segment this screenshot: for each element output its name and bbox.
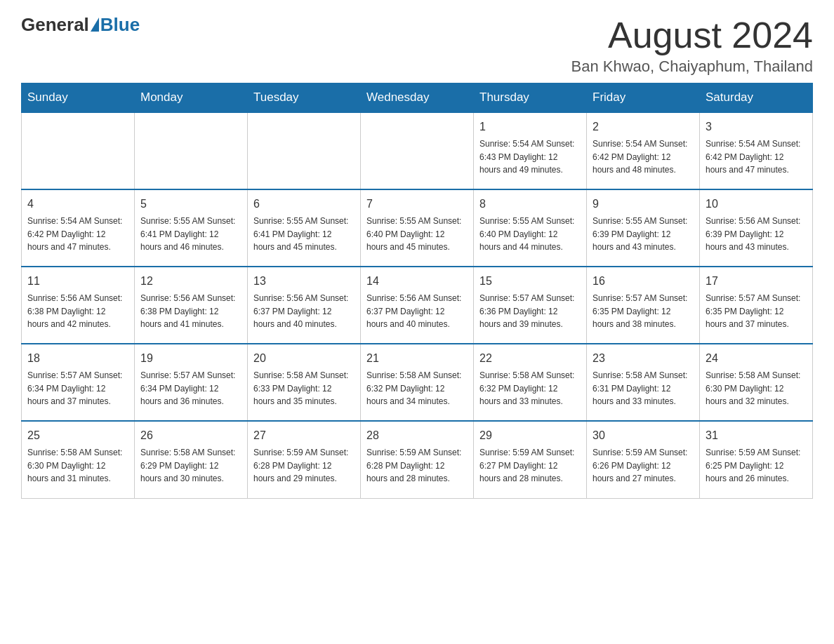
day-number: 24 bbox=[706, 350, 807, 367]
day-info: Sunrise: 5:57 AM Sunset: 6:35 PM Dayligh… bbox=[706, 292, 807, 331]
day-number: 15 bbox=[479, 273, 581, 290]
calendar-cell: 19Sunrise: 5:57 AM Sunset: 6:34 PM Dayli… bbox=[135, 344, 248, 421]
day-number: 23 bbox=[593, 350, 694, 367]
calendar-cell: 22Sunrise: 5:58 AM Sunset: 6:32 PM Dayli… bbox=[474, 344, 587, 421]
calendar-cell: 4Sunrise: 5:54 AM Sunset: 6:42 PM Daylig… bbox=[22, 189, 135, 267]
calendar-cell bbox=[135, 112, 248, 189]
day-number: 12 bbox=[140, 273, 241, 290]
day-info: Sunrise: 5:55 AM Sunset: 6:40 PM Dayligh… bbox=[366, 215, 468, 254]
calendar-cell: 25Sunrise: 5:58 AM Sunset: 6:30 PM Dayli… bbox=[22, 421, 135, 498]
calendar-cell: 8Sunrise: 5:55 AM Sunset: 6:40 PM Daylig… bbox=[474, 189, 587, 267]
logo-blue-text: Blue bbox=[100, 14, 140, 36]
day-number: 9 bbox=[593, 196, 694, 213]
day-number: 10 bbox=[706, 196, 807, 213]
day-info: Sunrise: 5:58 AM Sunset: 6:33 PM Dayligh… bbox=[253, 369, 355, 408]
day-info: Sunrise: 5:58 AM Sunset: 6:30 PM Dayligh… bbox=[27, 446, 128, 485]
calendar-cell: 5Sunrise: 5:55 AM Sunset: 6:41 PM Daylig… bbox=[135, 189, 248, 267]
day-info: Sunrise: 5:58 AM Sunset: 6:30 PM Dayligh… bbox=[706, 369, 807, 408]
day-number: 19 bbox=[140, 350, 241, 367]
day-number: 8 bbox=[479, 196, 581, 213]
day-number: 3 bbox=[706, 119, 807, 135]
weekday-header-friday: Friday bbox=[587, 83, 700, 113]
day-number: 27 bbox=[253, 427, 355, 444]
calendar-cell: 28Sunrise: 5:59 AM Sunset: 6:28 PM Dayli… bbox=[361, 421, 474, 498]
weekday-header-saturday: Saturday bbox=[700, 83, 813, 113]
logo-triangle-icon bbox=[91, 18, 99, 32]
day-number: 18 bbox=[27, 350, 128, 367]
day-info: Sunrise: 5:56 AM Sunset: 6:37 PM Dayligh… bbox=[366, 292, 468, 331]
week-row-3: 11Sunrise: 5:56 AM Sunset: 6:38 PM Dayli… bbox=[22, 267, 813, 344]
day-number: 7 bbox=[366, 196, 468, 213]
page-header: General Blue August 2024 Ban Khwao, Chai… bbox=[21, 14, 813, 76]
day-number: 25 bbox=[27, 427, 128, 444]
calendar-cell: 16Sunrise: 5:57 AM Sunset: 6:35 PM Dayli… bbox=[587, 267, 700, 344]
calendar-body: 1Sunrise: 5:54 AM Sunset: 6:43 PM Daylig… bbox=[22, 112, 813, 498]
calendar-cell: 18Sunrise: 5:57 AM Sunset: 6:34 PM Dayli… bbox=[22, 344, 135, 421]
weekday-header-sunday: Sunday bbox=[22, 83, 135, 113]
day-info: Sunrise: 5:55 AM Sunset: 6:41 PM Dayligh… bbox=[140, 215, 241, 254]
calendar-cell bbox=[22, 112, 135, 189]
weekday-header-tuesday: Tuesday bbox=[248, 83, 361, 113]
title-block: August 2024 Ban Khwao, Chaiyaphum, Thail… bbox=[571, 14, 813, 76]
week-row-4: 18Sunrise: 5:57 AM Sunset: 6:34 PM Dayli… bbox=[22, 344, 813, 421]
calendar-cell: 6Sunrise: 5:55 AM Sunset: 6:41 PM Daylig… bbox=[248, 189, 361, 267]
day-number: 21 bbox=[366, 350, 468, 367]
day-info: Sunrise: 5:58 AM Sunset: 6:31 PM Dayligh… bbox=[593, 369, 694, 408]
day-number: 4 bbox=[27, 196, 128, 213]
calendar-cell: 21Sunrise: 5:58 AM Sunset: 6:32 PM Dayli… bbox=[361, 344, 474, 421]
day-info: Sunrise: 5:57 AM Sunset: 6:34 PM Dayligh… bbox=[140, 369, 241, 408]
day-info: Sunrise: 5:57 AM Sunset: 6:36 PM Dayligh… bbox=[479, 292, 581, 331]
day-number: 17 bbox=[706, 273, 807, 290]
calendar-cell: 23Sunrise: 5:58 AM Sunset: 6:31 PM Dayli… bbox=[587, 344, 700, 421]
day-info: Sunrise: 5:59 AM Sunset: 6:28 PM Dayligh… bbox=[366, 446, 468, 485]
calendar-cell: 11Sunrise: 5:56 AM Sunset: 6:38 PM Dayli… bbox=[22, 267, 135, 344]
day-number: 13 bbox=[253, 273, 355, 290]
day-number: 30 bbox=[593, 427, 694, 444]
weekday-header-wednesday: Wednesday bbox=[361, 83, 474, 113]
day-number: 2 bbox=[593, 119, 694, 135]
day-info: Sunrise: 5:57 AM Sunset: 6:34 PM Dayligh… bbox=[27, 369, 128, 408]
calendar-cell: 12Sunrise: 5:56 AM Sunset: 6:38 PM Dayli… bbox=[135, 267, 248, 344]
day-info: Sunrise: 5:56 AM Sunset: 6:37 PM Dayligh… bbox=[253, 292, 355, 331]
day-number: 16 bbox=[593, 273, 694, 290]
calendar-cell: 7Sunrise: 5:55 AM Sunset: 6:40 PM Daylig… bbox=[361, 189, 474, 267]
logo: General Blue bbox=[21, 14, 140, 36]
calendar-cell: 31Sunrise: 5:59 AM Sunset: 6:25 PM Dayli… bbox=[700, 421, 813, 498]
calendar-cell: 15Sunrise: 5:57 AM Sunset: 6:36 PM Dayli… bbox=[474, 267, 587, 344]
calendar-cell: 14Sunrise: 5:56 AM Sunset: 6:37 PM Dayli… bbox=[361, 267, 474, 344]
day-number: 26 bbox=[140, 427, 241, 444]
day-number: 1 bbox=[479, 119, 581, 135]
day-number: 20 bbox=[253, 350, 355, 367]
day-info: Sunrise: 5:54 AM Sunset: 6:42 PM Dayligh… bbox=[593, 137, 694, 177]
calendar-cell: 29Sunrise: 5:59 AM Sunset: 6:27 PM Dayli… bbox=[474, 421, 587, 498]
day-info: Sunrise: 5:54 AM Sunset: 6:42 PM Dayligh… bbox=[706, 137, 807, 177]
calendar-cell: 20Sunrise: 5:58 AM Sunset: 6:33 PM Dayli… bbox=[248, 344, 361, 421]
day-info: Sunrise: 5:54 AM Sunset: 6:42 PM Dayligh… bbox=[27, 215, 128, 254]
calendar-cell: 13Sunrise: 5:56 AM Sunset: 6:37 PM Dayli… bbox=[248, 267, 361, 344]
day-number: 11 bbox=[27, 273, 128, 290]
month-title: August 2024 bbox=[571, 14, 813, 56]
calendar-cell: 30Sunrise: 5:59 AM Sunset: 6:26 PM Dayli… bbox=[587, 421, 700, 498]
location-title: Ban Khwao, Chaiyaphum, Thailand bbox=[571, 58, 813, 76]
day-number: 29 bbox=[479, 427, 581, 444]
day-info: Sunrise: 5:58 AM Sunset: 6:29 PM Dayligh… bbox=[140, 446, 241, 485]
calendar-cell: 10Sunrise: 5:56 AM Sunset: 6:39 PM Dayli… bbox=[700, 189, 813, 267]
day-info: Sunrise: 5:58 AM Sunset: 6:32 PM Dayligh… bbox=[366, 369, 468, 408]
day-number: 6 bbox=[253, 196, 355, 213]
calendar-cell: 24Sunrise: 5:58 AM Sunset: 6:30 PM Dayli… bbox=[700, 344, 813, 421]
calendar-cell: 27Sunrise: 5:59 AM Sunset: 6:28 PM Dayli… bbox=[248, 421, 361, 498]
day-info: Sunrise: 5:56 AM Sunset: 6:38 PM Dayligh… bbox=[140, 292, 241, 331]
day-number: 22 bbox=[479, 350, 581, 367]
day-number: 28 bbox=[366, 427, 468, 444]
day-info: Sunrise: 5:55 AM Sunset: 6:39 PM Dayligh… bbox=[593, 215, 694, 254]
day-info: Sunrise: 5:56 AM Sunset: 6:38 PM Dayligh… bbox=[27, 292, 128, 331]
day-info: Sunrise: 5:55 AM Sunset: 6:41 PM Dayligh… bbox=[253, 215, 355, 254]
day-number: 14 bbox=[366, 273, 468, 290]
day-info: Sunrise: 5:59 AM Sunset: 6:25 PM Dayligh… bbox=[706, 446, 807, 485]
weekday-header-thursday: Thursday bbox=[474, 83, 587, 113]
week-row-2: 4Sunrise: 5:54 AM Sunset: 6:42 PM Daylig… bbox=[22, 189, 813, 267]
calendar-cell: 3Sunrise: 5:54 AM Sunset: 6:42 PM Daylig… bbox=[700, 112, 813, 189]
calendar-header: SundayMondayTuesdayWednesdayThursdayFrid… bbox=[22, 83, 813, 113]
calendar-cell bbox=[248, 112, 361, 189]
calendar-cell bbox=[361, 112, 474, 189]
